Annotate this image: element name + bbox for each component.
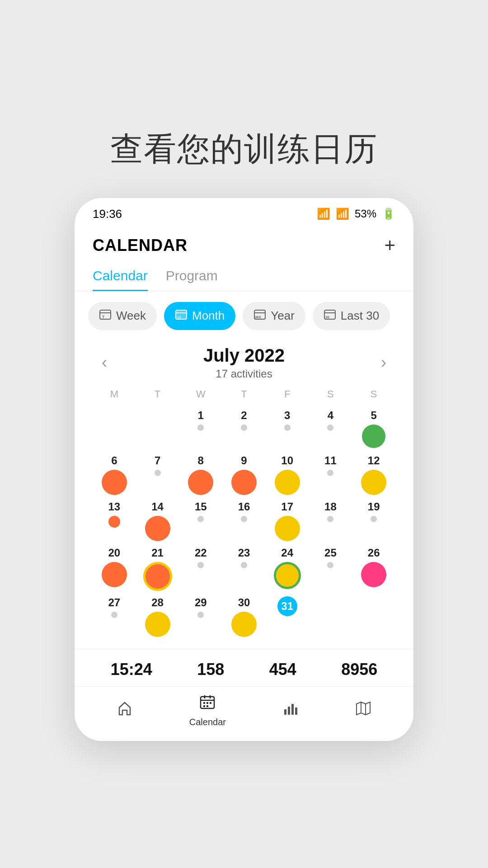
day-cell-24[interactable]: 24 xyxy=(266,544,309,594)
day-header-m: M xyxy=(93,385,136,404)
dot-24 xyxy=(274,562,301,589)
dot-23 xyxy=(241,562,247,568)
day-cell-10[interactable]: 10 xyxy=(266,452,309,498)
pill-last30[interactable]: 30 Last 30 xyxy=(313,302,390,330)
day-cell-23[interactable]: 23 xyxy=(222,544,266,594)
nav-calendar[interactable]: Calendar xyxy=(189,694,226,727)
day-header-w: W xyxy=(179,385,222,404)
day-cell-4[interactable]: 4 xyxy=(309,406,352,452)
day-cell-11[interactable]: 11 xyxy=(309,452,352,498)
day-cell-22[interactable]: 22 xyxy=(179,544,222,594)
day-header-t2: T xyxy=(222,385,266,404)
dot-4 xyxy=(327,425,333,431)
day-cell-21[interactable]: 21 xyxy=(136,544,179,594)
day-cell-7[interactable]: 7 xyxy=(136,452,179,498)
bottom-nav: Calendar xyxy=(75,686,413,741)
dot-2 xyxy=(241,425,247,431)
day-cell-14[interactable]: 14 xyxy=(136,498,179,544)
day-headers: M T W T F S S xyxy=(93,385,395,404)
nav-home[interactable] xyxy=(117,700,133,721)
stat-count1: 158 xyxy=(197,660,224,679)
dot-19 xyxy=(371,516,377,522)
pill-year[interactable]: 365 Year xyxy=(243,302,305,330)
activities-count: 17 activities xyxy=(203,368,285,380)
phone-frame: 19:36 📶 📶 53% 🔋 CALENDAR + Calendar Prog… xyxy=(75,198,413,741)
day-cell-1[interactable]: 1 xyxy=(179,406,222,452)
signal-icon: 📶 xyxy=(336,208,349,220)
svg-marker-26 xyxy=(361,702,366,715)
day-cell-13[interactable]: 13 xyxy=(93,498,136,544)
dot-8 xyxy=(188,470,213,495)
month-nav: ‹ July 2022 17 activities › xyxy=(93,345,395,380)
day-cell-27[interactable]: 27 xyxy=(93,594,136,640)
nav-map[interactable] xyxy=(355,700,371,721)
year-icon: 365 xyxy=(253,308,266,324)
status-bar: 19:36 📶 📶 53% 🔋 xyxy=(75,198,413,226)
day-cell-29[interactable]: 29 xyxy=(179,594,222,640)
dot-29 xyxy=(197,612,204,618)
day-header-s1: S xyxy=(309,385,352,404)
pill-week[interactable]: 7 Week xyxy=(88,302,157,330)
next-month-button[interactable]: › xyxy=(372,349,395,377)
dot-5 xyxy=(362,425,385,448)
nav-stats[interactable] xyxy=(282,700,299,721)
day-cell-15[interactable]: 15 xyxy=(179,498,222,544)
day-cell-8[interactable]: 8 xyxy=(179,452,222,498)
day-cell-28[interactable]: 28 xyxy=(136,594,179,640)
dot-6 xyxy=(102,470,127,495)
week-1: 0 0 1 2 3 4 5 xyxy=(93,406,395,452)
day-cell-30[interactable]: 30 xyxy=(222,594,266,640)
add-button[interactable]: + xyxy=(384,235,395,256)
day-cell-25[interactable]: 25 xyxy=(309,544,352,594)
week-2: 6 7 8 9 10 xyxy=(93,452,395,498)
svg-rect-18 xyxy=(206,702,208,704)
week-3: 13 14 15 16 17 xyxy=(93,498,395,544)
day-cell-empty3 xyxy=(309,594,352,640)
dot-25 xyxy=(327,562,333,568)
svg-rect-23 xyxy=(288,707,290,715)
day-cell-9[interactable]: 9 xyxy=(222,452,266,498)
month-icon: 12 xyxy=(175,308,188,324)
day-cell-12[interactable]: 12 xyxy=(352,452,395,498)
svg-rect-17 xyxy=(203,702,205,704)
svg-rect-22 xyxy=(284,709,286,715)
day-cell-18[interactable]: 18 xyxy=(309,498,352,544)
stat-count2: 454 xyxy=(269,660,296,679)
day-cell-26[interactable]: 26 xyxy=(352,544,395,594)
prev-month-button[interactable]: ‹ xyxy=(93,349,116,377)
day-cell-19[interactable]: 19 xyxy=(352,498,395,544)
last30-icon: 30 xyxy=(324,308,336,324)
status-right: 📶 📶 53% 🔋 xyxy=(317,208,395,220)
day-cell-5[interactable]: 5 xyxy=(352,406,395,452)
week-icon: 7 xyxy=(99,308,112,324)
stat-time: 15:24 xyxy=(111,660,152,679)
day-cell-31[interactable]: 31 xyxy=(266,594,309,640)
dot-10 xyxy=(275,470,300,495)
day-header-f: F xyxy=(266,385,309,404)
map-icon xyxy=(355,700,371,721)
day-cell-empty2: 0 xyxy=(136,406,179,452)
day-cell-2[interactable]: 2 xyxy=(222,406,266,452)
svg-rect-20 xyxy=(203,705,205,707)
stats-bar: 15:24 158 454 8956 xyxy=(75,649,413,686)
pill-month-label: Month xyxy=(192,309,225,323)
svg-text:30: 30 xyxy=(325,315,329,319)
day-cell-20[interactable]: 20 xyxy=(93,544,136,594)
day-cell-17[interactable]: 17 xyxy=(266,498,309,544)
dot-26 xyxy=(361,562,386,587)
dot-17 xyxy=(275,516,300,541)
wifi-icon: 📶 xyxy=(317,208,330,220)
page-title: 查看您的训练日历 xyxy=(110,127,378,171)
day-cell-16[interactable]: 16 xyxy=(222,498,266,544)
tab-calendar[interactable]: Calendar xyxy=(93,261,148,291)
svg-text:12: 12 xyxy=(177,315,181,319)
dot-20 xyxy=(102,562,127,587)
day-cell-6[interactable]: 6 xyxy=(93,452,136,498)
day-cell-empty4 xyxy=(352,594,395,640)
week-4: 20 21 22 23 24 xyxy=(93,544,395,594)
svg-rect-0 xyxy=(100,310,111,319)
tab-program[interactable]: Program xyxy=(166,261,218,291)
pill-month[interactable]: 12 Month xyxy=(164,302,235,330)
day-cell-3[interactable]: 3 xyxy=(266,406,309,452)
dot-12 xyxy=(361,470,386,495)
